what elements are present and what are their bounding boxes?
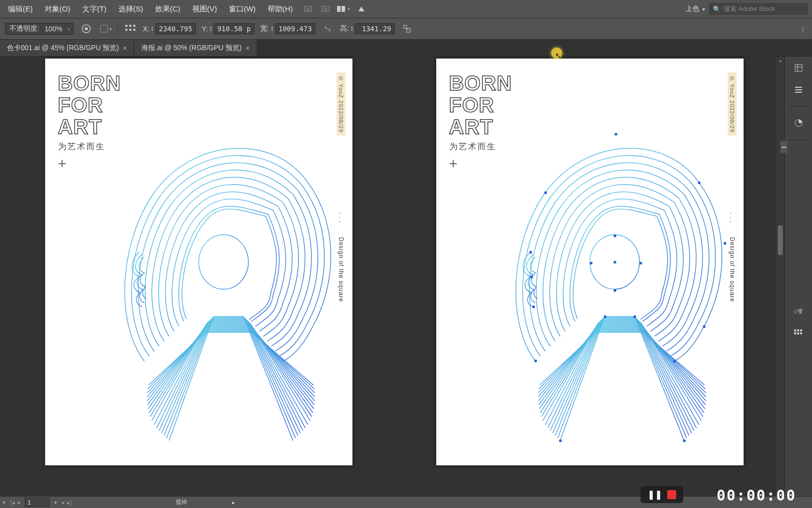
next-artboard-icon[interactable]: ▸: [62, 499, 65, 506]
scroll-up-icon[interactable]: ▴: [776, 57, 784, 64]
last-artboard-icon[interactable]: ▸|: [67, 499, 71, 506]
svg-rect-30: [530, 276, 533, 278]
svg-rect-15: [404, 25, 406, 28]
chevron-right-icon[interactable]: ›: [68, 26, 69, 32]
y-coord[interactable]: Y: ▴▾ 910.58 p: [202, 23, 254, 34]
width-coord[interactable]: 宽: ▴▾ 1009.473: [260, 23, 315, 34]
svg-rect-38: [795, 64, 802, 71]
prev-artboard-icon[interactable]: ◂: [17, 499, 20, 506]
height-label: 高:: [340, 24, 349, 33]
svg-rect-13: [129, 29, 131, 31]
properties-panel-icon[interactable]: [791, 61, 806, 75]
artboard-dropdown-icon[interactable]: ▾: [55, 500, 57, 505]
artboard-left[interactable]: BORN FOR ART 为艺术而生 + © YooZ 2022/08/29 .…: [45, 59, 352, 465]
x-coord[interactable]: X: ▴▾ 2340.795: [143, 23, 196, 34]
align-icon[interactable]: [124, 22, 137, 35]
recording-timer: 00:00:00: [717, 487, 797, 504]
blend-artwork-selected[interactable]: [486, 103, 734, 450]
screen-recorder-controls: ❚❚: [640, 486, 683, 503]
vertical-scrollbar[interactable]: ▴: [776, 57, 784, 496]
x-stepper[interactable]: ▴▾: [151, 26, 153, 32]
link-wh-icon[interactable]: [321, 22, 334, 35]
search-icon: 🔍: [713, 5, 721, 13]
svg-rect-24: [614, 261, 616, 263]
svg-rect-37: [614, 235, 616, 237]
height-value[interactable]: 1341.29: [355, 23, 395, 34]
svg-rect-22: [703, 325, 705, 328]
close-icon[interactable]: ×: [123, 44, 127, 52]
y-label: Y:: [202, 25, 208, 33]
adobe-stock-search[interactable]: 🔍 搜索 Adobe Stock: [709, 3, 808, 15]
arrange-docs-icon[interactable]: ▾: [337, 2, 350, 16]
right-panel-dock: ◂◂ ◇ 变: [784, 57, 812, 496]
svg-rect-31: [532, 306, 535, 308]
menu-select[interactable]: 选择(S): [115, 2, 147, 16]
menu-icon[interactable]: [791, 82, 806, 97]
stock-icon[interactable]: St: [319, 2, 333, 16]
svg-rect-10: [129, 25, 131, 27]
menu-help[interactable]: 帮助(H): [264, 2, 297, 16]
close-icon[interactable]: ×: [245, 44, 249, 52]
artboard-nav-next: ▸ ▸|: [62, 499, 71, 506]
artboard-right[interactable]: BORN FOR ART 为艺术而生 + © YooZ 2022/08/29 .…: [436, 59, 744, 465]
x-value[interactable]: 2340.795: [155, 23, 195, 34]
document-tabs: 色卡001.ai @ 45% (RGB/GPU 预览) × 海报.ai @ 50…: [0, 40, 812, 57]
menu-edit[interactable]: 编辑(E): [4, 2, 37, 16]
opacity-value[interactable]: 100%: [41, 25, 66, 33]
w-stepper[interactable]: ▴▾: [271, 26, 273, 32]
height-coord[interactable]: 高: ▴▾ 1341.29: [340, 23, 395, 34]
expand-panels-icon[interactable]: ◂◂: [780, 141, 787, 153]
align-panel-icon[interactable]: [791, 325, 806, 340]
svg-rect-19: [534, 360, 537, 362]
svg-rect-44: [797, 332, 799, 334]
svg-rect-35: [639, 262, 642, 264]
svg-rect-33: [724, 242, 726, 245]
first-artboard-icon[interactable]: |◂: [10, 499, 15, 506]
tab-label: 色卡001.ai @ 45% (RGB/GPU 预览): [7, 44, 119, 53]
svg-rect-41: [797, 329, 799, 331]
workspace-switcher[interactable]: 上色 ▾: [686, 4, 705, 13]
menu-effect[interactable]: 效果(C): [151, 2, 184, 16]
tab-document-2[interactable]: 海报.ai @ 50% (RGB/GPU 预览) ×: [134, 40, 257, 56]
bridge-icon[interactable]: Br: [301, 2, 315, 16]
blend-artwork[interactable]: [95, 103, 343, 450]
menu-window[interactable]: 窗口(W): [225, 2, 260, 16]
tab-document-1[interactable]: 色卡001.ai @ 45% (RGB/GPU 预览) ×: [0, 40, 134, 56]
more-options-icon[interactable]: ⋮: [796, 22, 809, 35]
width-value[interactable]: 1009.473: [275, 23, 315, 34]
svg-rect-42: [800, 329, 802, 331]
svg-rect-36: [614, 289, 616, 292]
x-label: X:: [143, 25, 149, 33]
menu-object[interactable]: 对象(O): [41, 2, 74, 16]
options-bar: 不透明度: 100% › ▾ X: ▴▾ 2340.795 Y: ▴▾ 910.…: [0, 18, 812, 40]
artboard-number-input[interactable]: [25, 498, 50, 507]
pause-button[interactable]: ❚❚: [647, 489, 662, 500]
svg-point-7: [85, 27, 88, 30]
h-stepper[interactable]: ▴▾: [351, 26, 353, 32]
zoom-dropdown-icon[interactable]: ▾: [3, 500, 5, 505]
transform-icon[interactable]: ▾: [99, 22, 112, 35]
transform-panel-icon[interactable]: ◇ 变: [791, 304, 806, 318]
scrollbar-thumb[interactable]: [778, 225, 783, 255]
color-panel-icon[interactable]: [791, 116, 806, 130]
svg-rect-27: [559, 440, 562, 442]
svg-rect-28: [683, 440, 686, 442]
svg-rect-43: [794, 332, 796, 334]
svg-rect-12: [125, 29, 127, 31]
title-line1: BORN: [449, 72, 513, 94]
chevron-down-icon: ▾: [702, 6, 705, 12]
menu-text[interactable]: 文字(T): [78, 2, 111, 16]
scale-strokes-icon[interactable]: [401, 22, 413, 35]
search-placeholder: 搜索 Adobe Stock: [724, 4, 775, 13]
y-stepper[interactable]: ▴▾: [210, 26, 212, 32]
stop-record-button[interactable]: [667, 490, 676, 499]
opacity-control[interactable]: 不透明度: 100% ›: [5, 23, 74, 35]
tab-label: 海报.ai @ 50% (RGB/GPU 预览): [141, 44, 241, 53]
gpu-preview-icon[interactable]: [354, 2, 368, 16]
menu-view[interactable]: 视图(V): [188, 2, 221, 16]
canvas-area[interactable]: BORN FOR ART 为艺术而生 + © YooZ 2022/08/29 .…: [0, 57, 784, 496]
recolor-artwork-icon[interactable]: [80, 22, 93, 35]
y-value[interactable]: 910.58 p: [214, 23, 254, 34]
menu-bar: 编辑(E) 对象(O) 文字(T) 选择(S) 效果(C) 视图(V) 窗口(W…: [0, 0, 812, 18]
play-icon[interactable]: ▸: [232, 499, 235, 506]
